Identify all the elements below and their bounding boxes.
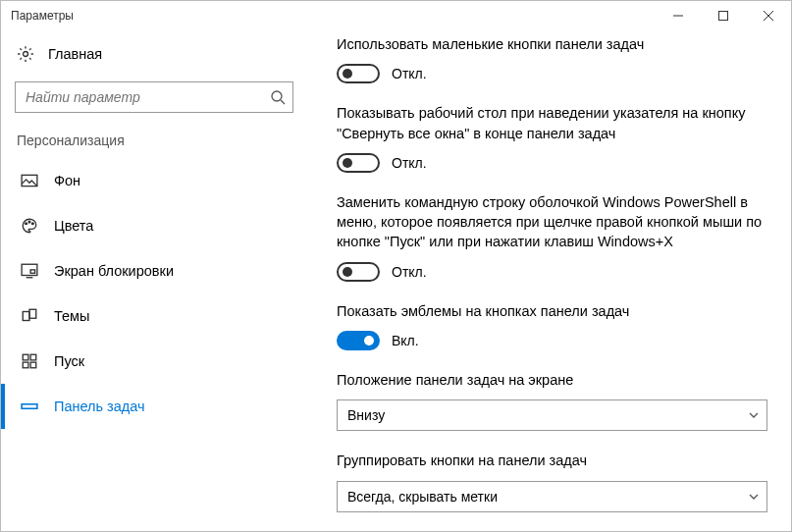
nav-label: Цвета xyxy=(54,218,93,234)
picture-icon xyxy=(21,172,38,189)
nav-label: Пуск xyxy=(54,353,84,369)
svg-rect-17 xyxy=(30,354,36,360)
search-input[interactable] xyxy=(15,81,293,113)
gear-icon xyxy=(17,45,34,63)
select-value: Внизу xyxy=(347,407,385,423)
toggle-state: Откл. xyxy=(392,264,427,280)
lockscreen-icon xyxy=(21,262,38,280)
toggle-powershell[interactable] xyxy=(337,262,380,282)
toggle-state: Откл. xyxy=(392,155,427,171)
content-panel: Использовать маленькие кнопки панели зад… xyxy=(307,30,791,531)
section-header: Персонализация xyxy=(1,127,307,158)
palette-icon xyxy=(21,217,38,235)
setting-label: Положение панели задач на экране xyxy=(337,370,767,390)
svg-rect-12 xyxy=(30,270,35,273)
nav-themes[interactable]: Темы xyxy=(1,293,307,339)
taskbar-icon xyxy=(21,398,38,415)
setting-powershell: Заменить командную строку оболочкой Wind… xyxy=(337,192,767,282)
start-icon xyxy=(21,352,38,370)
toggle-badges[interactable] xyxy=(337,331,380,350)
setting-label: Показать эмблемы на кнопках панели задач xyxy=(337,301,767,321)
nav-lockscreen[interactable]: Экран блокировки xyxy=(1,248,307,293)
titlebar: Параметры xyxy=(1,1,791,30)
setting-badges: Показать эмблемы на кнопках панели задач… xyxy=(337,301,767,350)
svg-rect-1 xyxy=(719,12,728,21)
nav-taskbar[interactable]: Панель задач xyxy=(1,384,307,429)
minimize-button[interactable] xyxy=(656,1,701,30)
nav-background[interactable]: Фон xyxy=(1,158,307,203)
nav-colors[interactable]: Цвета xyxy=(1,203,307,248)
setting-label: Группировать кнопки на панели задач xyxy=(337,451,767,470)
chevron-down-icon xyxy=(748,491,760,503)
setting-label: Использовать маленькие кнопки панели зад… xyxy=(337,34,767,54)
setting-position: Положение панели задач на экране Внизу xyxy=(337,370,767,431)
nav-label: Темы xyxy=(54,308,90,324)
close-button[interactable] xyxy=(746,1,791,30)
toggle-peek-desktop[interactable] xyxy=(337,153,380,173)
toggle-state: Откл. xyxy=(392,66,427,81)
svg-rect-14 xyxy=(23,312,29,321)
svg-point-5 xyxy=(272,91,282,101)
svg-line-6 xyxy=(281,100,285,104)
svg-rect-19 xyxy=(30,362,36,368)
setting-peek-desktop: Показывать рабочий стол при наведении ук… xyxy=(337,103,767,173)
setting-small-buttons: Использовать маленькие кнопки панели зад… xyxy=(337,34,767,83)
toggle-small-buttons[interactable] xyxy=(337,64,380,83)
home-label: Главная xyxy=(48,46,102,62)
themes-icon xyxy=(21,307,38,325)
svg-point-8 xyxy=(26,223,27,225)
svg-rect-18 xyxy=(23,362,28,368)
svg-point-10 xyxy=(31,223,33,225)
maximize-button[interactable] xyxy=(701,1,746,30)
svg-rect-15 xyxy=(29,309,36,318)
window-title: Параметры xyxy=(11,9,74,23)
setting-label: Заменить командную строку оболочкой Wind… xyxy=(337,192,767,252)
home-nav[interactable]: Главная xyxy=(1,34,307,74)
svg-rect-16 xyxy=(23,354,28,360)
select-value: Всегда, скрывать метки xyxy=(347,489,498,505)
select-combine[interactable]: Всегда, скрывать метки xyxy=(337,481,767,512)
setting-label: Показывать рабочий стол при наведении ук… xyxy=(337,103,767,143)
search-icon xyxy=(270,89,286,105)
nav-label: Фон xyxy=(54,173,80,188)
setting-combine: Группировать кнопки на панели задач Всег… xyxy=(337,451,767,511)
nav-label: Экран блокировки xyxy=(54,263,174,279)
nav-label: Панель задач xyxy=(54,399,145,414)
nav-start[interactable]: Пуск xyxy=(1,339,307,384)
chevron-down-icon xyxy=(748,409,760,421)
sidebar: Главная Персонализация Фон xyxy=(1,30,307,531)
select-position[interactable]: Внизу xyxy=(337,399,767,431)
toggle-state: Вкл. xyxy=(392,333,419,348)
svg-point-4 xyxy=(24,52,28,57)
svg-rect-20 xyxy=(22,404,37,409)
svg-point-9 xyxy=(28,221,30,223)
